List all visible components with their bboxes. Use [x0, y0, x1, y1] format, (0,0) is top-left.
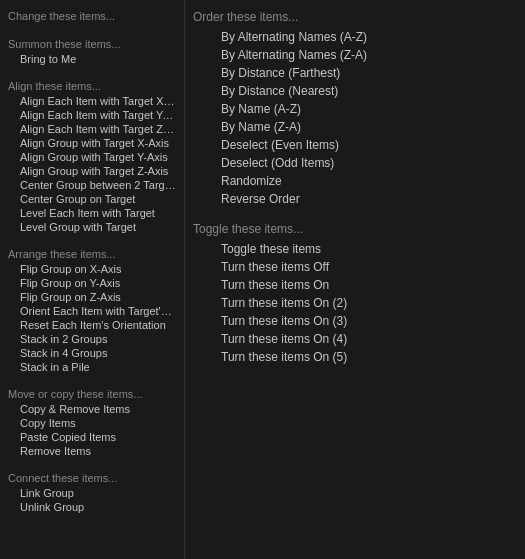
right-menu-item-0-4[interactable]: By Name (A-Z)	[185, 100, 525, 118]
left-gap-0	[0, 24, 184, 32]
left-menu-item-4-0[interactable]: Copy & Remove Items	[0, 402, 184, 416]
right-menu-item-1-6[interactable]: Turn these items On (5)	[185, 348, 525, 366]
left-menu-item-2-3[interactable]: Align Group with Target X-Axis	[0, 136, 184, 150]
left-menu-item-2-5[interactable]: Align Group with Target Z-Axis	[0, 164, 184, 178]
left-menu-item-3-4[interactable]: Reset Each Item's Orientation	[0, 318, 184, 332]
left-menu-item-2-1[interactable]: Align Each Item with Target Y-…	[0, 108, 184, 122]
left-section-header-3: Arrange these items...	[0, 242, 184, 262]
left-menu-item-2-8[interactable]: Level Each Item with Target	[0, 206, 184, 220]
left-menu-item-2-9[interactable]: Level Group with Target	[0, 220, 184, 234]
left-menu-item-2-7[interactable]: Center Group on Target	[0, 192, 184, 206]
right-menu-item-0-1[interactable]: By Alternating Names (Z-A)	[185, 46, 525, 64]
right-menu-item-0-0[interactable]: By Alternating Names (A-Z)	[185, 28, 525, 46]
left-section-header-1: Summon these items...	[0, 32, 184, 52]
right-menu-item-0-8[interactable]: Randomize	[185, 172, 525, 190]
right-menu-item-1-5[interactable]: Turn these items On (4)	[185, 330, 525, 348]
left-gap-2	[0, 234, 184, 242]
right-menu-item-0-5[interactable]: By Name (Z-A)	[185, 118, 525, 136]
right-panel: Order these items...By Alternating Names…	[185, 0, 525, 559]
left-menu-item-5-1[interactable]: Unlink Group	[0, 500, 184, 514]
left-menu-item-2-4[interactable]: Align Group with Target Y-Axis	[0, 150, 184, 164]
left-menu-item-3-3[interactable]: Orient Each Item with Target's …	[0, 304, 184, 318]
right-menu-item-1-2[interactable]: Turn these items On	[185, 276, 525, 294]
left-gap-1	[0, 66, 184, 74]
left-section-header-2: Align these items...	[0, 74, 184, 94]
left-menu-item-3-6[interactable]: Stack in 4 Groups	[0, 346, 184, 360]
left-panel: Change these items...Summon these items.…	[0, 0, 185, 559]
right-menu-item-1-1[interactable]: Turn these items Off	[185, 258, 525, 276]
right-menu-item-1-4[interactable]: Turn these items On (3)	[185, 312, 525, 330]
right-menu-item-0-3[interactable]: By Distance (Nearest)	[185, 82, 525, 100]
right-gap-0	[185, 208, 525, 216]
left-menu-item-3-0[interactable]: Flip Group on X-Axis	[0, 262, 184, 276]
right-section-header-0: Order these items...	[185, 4, 525, 28]
left-menu-item-3-5[interactable]: Stack in 2 Groups	[0, 332, 184, 346]
right-menu-item-1-3[interactable]: Turn these items On (2)	[185, 294, 525, 312]
left-gap-3	[0, 374, 184, 382]
left-menu-item-2-2[interactable]: Align Each Item with Target Z-…	[0, 122, 184, 136]
left-section-header-4: Move or copy these items...	[0, 382, 184, 402]
left-menu-item-5-0[interactable]: Link Group	[0, 486, 184, 500]
left-menu-item-4-2[interactable]: Paste Copied Items	[0, 430, 184, 444]
right-menu-item-0-2[interactable]: By Distance (Farthest)	[185, 64, 525, 82]
right-menu-item-0-7[interactable]: Deselect (Odd Items)	[185, 154, 525, 172]
right-menu-item-1-0[interactable]: Toggle these items	[185, 240, 525, 258]
left-section-header-0: Change these items...	[0, 4, 184, 24]
left-menu-item-3-1[interactable]: Flip Group on Y-Axis	[0, 276, 184, 290]
right-menu-item-0-6[interactable]: Deselect (Even Items)	[185, 136, 525, 154]
left-menu-item-3-2[interactable]: Flip Group on Z-Axis	[0, 290, 184, 304]
left-menu-item-2-0[interactable]: Align Each Item with Target X-…	[0, 94, 184, 108]
left-gap-4	[0, 458, 184, 466]
left-menu-item-3-7[interactable]: Stack in a Pile	[0, 360, 184, 374]
left-menu-item-2-6[interactable]: Center Group between 2 Targets	[0, 178, 184, 192]
left-menu-item-4-3[interactable]: Remove Items	[0, 444, 184, 458]
right-section-header-1: Toggle these items...	[185, 216, 525, 240]
left-section-header-5: Connect these items...	[0, 466, 184, 486]
right-menu-item-0-9[interactable]: Reverse Order	[185, 190, 525, 208]
left-menu-item-1-0[interactable]: Bring to Me	[0, 52, 184, 66]
left-menu-item-4-1[interactable]: Copy Items	[0, 416, 184, 430]
